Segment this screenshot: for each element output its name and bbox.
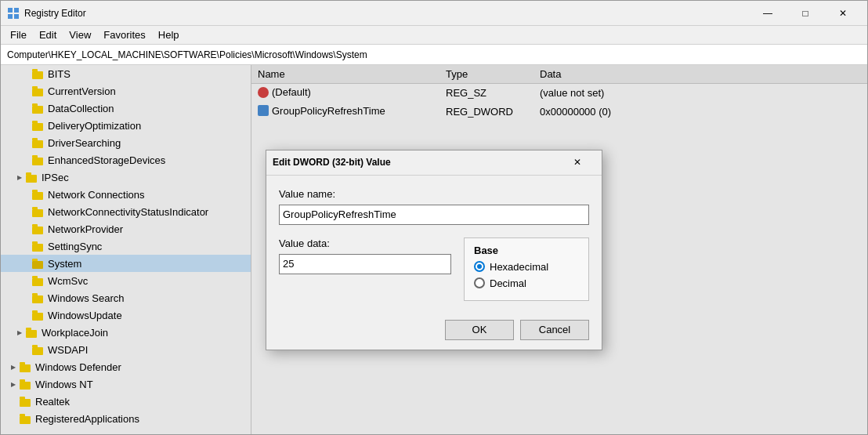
dialog-buttons: OK Cancel <box>266 310 602 350</box>
radio-hexadecimal[interactable]: Hexadecimal <box>474 261 579 273</box>
menu-edit[interactable]: Edit <box>33 27 63 42</box>
dialog-body: Value name: Value data: Base <box>266 176 602 310</box>
svg-rect-1 <box>14 8 19 13</box>
dialog-title: Edit DWORD (32-bit) Value <box>273 157 559 168</box>
menu-bar: File Edit View Favorites Help <box>1 26 867 45</box>
menu-file[interactable]: File <box>4 27 33 42</box>
radio-hexadecimal-label: Hexadecimal <box>490 261 548 273</box>
maximize-button[interactable]: □ <box>787 1 823 26</box>
svg-rect-3 <box>14 14 19 19</box>
menu-favorites[interactable]: Favorites <box>97 27 151 42</box>
close-button[interactable]: ✕ <box>825 1 861 26</box>
cancel-button[interactable]: Cancel <box>520 320 589 340</box>
svg-rect-2 <box>8 14 13 19</box>
address-bar: Computer\HKEY_LOCAL_MACHINE\SOFTWARE\Pol… <box>1 45 867 65</box>
app-icon <box>7 7 20 20</box>
minimize-button[interactable]: — <box>750 1 786 26</box>
registry-editor-window: Registry Editor — □ ✕ File Edit View Fav… <box>0 0 868 435</box>
window-controls: — □ ✕ <box>750 1 861 26</box>
edit-dword-dialog: Edit DWORD (32-bit) Value ✕ Value name: … <box>266 150 602 350</box>
value-data-label: Value data: <box>279 237 451 249</box>
ok-button[interactable]: OK <box>445 320 514 340</box>
window-title: Registry Editor <box>24 8 750 19</box>
modal-overlay: Edit DWORD (32-bit) Value ✕ Value name: … <box>1 65 867 434</box>
value-name-input[interactable] <box>279 205 589 225</box>
value-data-input[interactable] <box>279 254 451 274</box>
radio-dot-hexadecimal <box>477 264 482 269</box>
radio-decimal[interactable]: Decimal <box>474 277 579 289</box>
radio-hexadecimal-btn <box>474 261 485 272</box>
dialog-bottom-row: Value data: Base Hexadecimal <box>279 237 589 301</box>
base-label: Base <box>474 245 579 256</box>
value-name-label: Value name: <box>279 188 589 200</box>
radio-decimal-btn <box>474 277 485 288</box>
menu-help[interactable]: Help <box>152 27 186 42</box>
title-bar: Registry Editor — □ ✕ <box>1 1 867 26</box>
radio-decimal-label: Decimal <box>490 277 526 289</box>
dialog-data-section: Value data: <box>279 237 451 274</box>
dialog-close-button[interactable]: ✕ <box>559 151 595 173</box>
main-content: BITS CurrentVersion DataCollection Deliv… <box>1 65 867 434</box>
dialog-title-bar: Edit DWORD (32-bit) Value ✕ <box>266 150 602 176</box>
menu-view[interactable]: View <box>63 27 97 42</box>
base-section: Base Hexadecimal Decimal <box>464 237 589 301</box>
address-text: Computer\HKEY_LOCAL_MACHINE\SOFTWARE\Pol… <box>7 49 367 60</box>
svg-rect-0 <box>8 8 13 13</box>
